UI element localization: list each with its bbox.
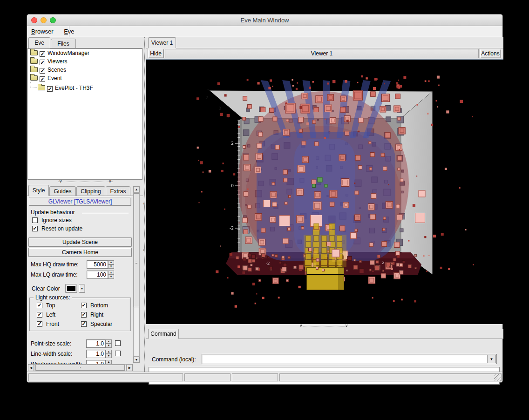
max-hq-entry[interactable]: 5000	[87, 260, 108, 269]
status-section-1	[28, 373, 183, 381]
max-lq-label: Max LQ draw time:	[31, 271, 78, 278]
viewer-toolbar: Hide Viewer 1 Actions	[146, 48, 503, 59]
line-width-spinner[interactable]: ▲ ▼	[106, 350, 112, 358]
style-panel: GLViewer [TGLSAViewer] Update behaviour …	[27, 196, 133, 365]
combo-dropdown-icon[interactable]: ▼	[487, 355, 496, 363]
light-sources-title: Light sources:	[34, 294, 72, 301]
light-top-checkbox[interactable]	[37, 303, 42, 308]
tab-guides[interactable]: Guides	[49, 186, 76, 196]
gl-viewport-canvas[interactable]	[146, 60, 503, 324]
splitter-chevron-icon: v	[346, 323, 348, 328]
light-right-checkbox[interactable]	[81, 312, 87, 318]
splitter-chevron-icon: v	[109, 179, 111, 183]
menu-browser[interactable]: Browser	[27, 26, 58, 37]
resize-grip[interactable]	[494, 374, 501, 381]
tree-checkbox[interactable]	[40, 60, 45, 65]
eve-main-window: Eve Main Window Browser Eve Eve Files Wi…	[27, 14, 503, 383]
light-right-label: Right	[90, 312, 103, 318]
point-size-spinner[interactable]: ▲ ▼	[106, 339, 112, 348]
tab-files[interactable]: Files	[51, 39, 76, 48]
light-left-label: Left	[46, 312, 55, 318]
tree-item-viewers[interactable]: Viewers	[28, 57, 142, 66]
tree-checkbox[interactable]	[40, 51, 45, 57]
tab-viewer-1[interactable]: Viewer 1	[148, 37, 176, 48]
clear-color-dropdown[interactable]: ▼	[79, 284, 85, 293]
tree-item-label: Scenes	[47, 67, 66, 73]
spin-up-icon[interactable]: ▲	[108, 260, 114, 264]
tree-item-event[interactable]: Event	[28, 74, 142, 82]
command-combobox[interactable]: ▼	[202, 354, 497, 364]
titlebar[interactable]: Eve Main Window	[27, 14, 502, 26]
light-left-checkbox[interactable]	[37, 312, 42, 318]
eve-tree-view: WindowManager Viewers Scenes Event EvePl…	[27, 48, 142, 180]
left-horizontal-splitter[interactable]: v v	[27, 180, 143, 184]
light-specular-checkbox[interactable]	[81, 321, 87, 327]
style-vertical-scrollbar[interactable]: ▲ ▼	[133, 186, 140, 363]
max-hq-label: Max HQ draw time:	[31, 261, 79, 268]
tree-checkbox[interactable]	[40, 76, 45, 82]
statusbar	[27, 372, 502, 382]
viewer-tabbar: Viewer 1	[146, 37, 503, 48]
spin-down-icon[interactable]: ▼	[106, 354, 112, 358]
line-width-entry[interactable]: 1.0	[86, 350, 106, 358]
max-hq-spinner[interactable]: ▲ ▼	[108, 260, 114, 269]
spin-up-icon[interactable]: ▲	[106, 350, 112, 354]
tree-checkbox[interactable]	[47, 86, 53, 92]
command-input[interactable]	[203, 355, 485, 363]
update-scene-button[interactable]: Update Scene	[28, 237, 132, 247]
hide-button[interactable]: Hide	[148, 49, 164, 58]
viewer-horizontal-splitter[interactable]: v v	[146, 324, 503, 329]
tab-extras[interactable]: Extras	[106, 186, 130, 196]
tree-item-eveplot-th3f[interactable]: EvePlot - TH3F	[28, 82, 142, 91]
menubar: Browser Eve	[27, 26, 502, 37]
status-section-2	[184, 373, 231, 381]
scroll-right-icon[interactable]: ▶	[127, 364, 133, 371]
max-lq-entry[interactable]: 100	[87, 271, 108, 279]
light-front-checkbox[interactable]	[37, 321, 42, 327]
light-front-label: Front	[46, 321, 59, 327]
camera-home-button[interactable]: Camera Home	[28, 248, 132, 257]
point-size-entry[interactable]: 1.0	[86, 339, 106, 348]
clear-color-swatch[interactable]	[65, 284, 77, 293]
tree-checkbox[interactable]	[40, 68, 45, 74]
max-lq-spinner[interactable]: ▲ ▼	[108, 271, 114, 279]
line-width-checkbox[interactable]	[115, 351, 121, 356]
scroll-left-icon[interactable]: ◀	[28, 364, 34, 371]
tab-style[interactable]: Style	[28, 185, 49, 196]
spin-up-icon[interactable]: ▲	[106, 339, 112, 344]
spin-down-icon[interactable]: ▼	[106, 344, 112, 348]
clear-color-label: Clear Color	[32, 285, 60, 292]
folder-icon	[30, 67, 38, 72]
tree-item-scenes[interactable]: Scenes	[28, 66, 142, 74]
light-bottom-label: Bottom	[90, 302, 108, 309]
light-bottom-checkbox[interactable]	[81, 303, 87, 308]
tree-connector	[30, 82, 37, 88]
actions-button[interactable]: Actions	[480, 49, 501, 58]
tab-clipping[interactable]: Clipping	[76, 186, 105, 196]
ignore-sizes-label: Ignore sizes	[41, 217, 72, 224]
viewer-title-bar: Viewer 1	[165, 49, 479, 58]
spin-up-icon[interactable]: ▲	[106, 360, 112, 364]
scroll-up-icon[interactable]: ▲	[133, 186, 140, 192]
style-horizontal-scrollbar[interactable]: ◀ ▶	[28, 364, 133, 371]
command-tabbar: Command	[146, 329, 503, 339]
glviewer-button[interactable]: GLViewer [TGLSAViewer]	[29, 197, 131, 206]
ignore-sizes-checkbox[interactable]	[32, 217, 38, 223]
point-size-checkbox[interactable]	[115, 340, 121, 346]
tab-command[interactable]: Command	[148, 329, 179, 339]
update-behaviour-line	[82, 213, 129, 213]
splitter-chevron-icon: v	[300, 323, 302, 328]
scroll-down-icon[interactable]: ▼	[133, 357, 140, 363]
splitter-chevron-icon: ›	[143, 201, 144, 206]
spin-down-icon[interactable]: ▼	[108, 275, 114, 279]
scrollbar-thumb[interactable]	[35, 365, 125, 371]
reset-on-update-checkbox[interactable]	[32, 226, 38, 231]
main-vertical-splitter[interactable]: › ›	[143, 37, 146, 373]
scrollbar-thumb[interactable]	[134, 193, 139, 307]
tree-item-label: Viewers	[47, 58, 67, 65]
tree-item-windowmanager[interactable]: WindowManager	[28, 49, 142, 57]
spin-up-icon[interactable]: ▲	[108, 271, 114, 275]
splitter-chevron-icon: ›	[143, 248, 144, 252]
spin-down-icon[interactable]: ▼	[108, 264, 114, 269]
tab-eve[interactable]: Eve	[28, 37, 50, 48]
